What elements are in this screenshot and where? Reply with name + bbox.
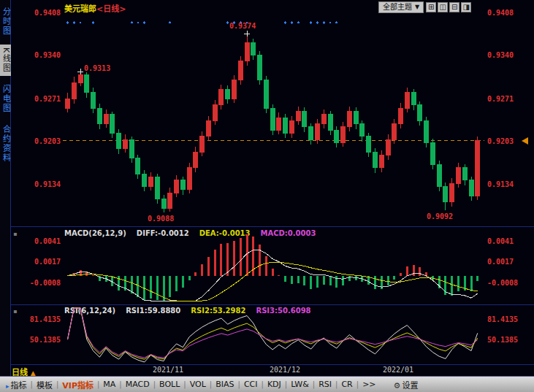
toolbar-settings[interactable]: ⚙设置	[390, 379, 422, 391]
price-annotation: 0.9092	[427, 212, 453, 220]
price-axis-label: 0.9203	[20, 137, 61, 145]
indicator-arrow-icon: ▸	[6, 383, 9, 390]
rsi-axis-label: 81.4135	[20, 315, 61, 323]
price-axis-label: 0.9271	[20, 94, 61, 102]
toolbar-template[interactable]: 模板	[33, 379, 56, 391]
price-axis-label: 0.9408	[20, 9, 61, 17]
toolbar-boll[interactable]: BOLL	[156, 380, 183, 389]
sidebar-item-time-chart[interactable]: 分时图	[0, 4, 11, 39]
x-axis-date-label: 2022/01	[383, 366, 413, 374]
sidebar-item-contract-info[interactable]: 合约资料	[0, 122, 11, 166]
toolbar-rsi[interactable]: RSI	[315, 380, 335, 389]
toolbar-indicator[interactable]: ▸指标	[2, 379, 31, 391]
toolbar-lw[interactable]: LW&	[287, 380, 313, 389]
rsi-panel-icon[interactable]: ▪	[13, 308, 17, 315]
toolbar-bias[interactable]: BIAS	[212, 380, 237, 389]
toolbar-macd[interactable]: MACD	[122, 380, 153, 389]
toolbar-kdj[interactable]: KDJ	[264, 380, 285, 389]
indicator-toolbar: ▸指标|模板|VIP指标|MA|MACD|BOLL|VOL|BIAS|CCI|K…	[0, 376, 534, 392]
toolbar-vol[interactable]: VOL	[186, 380, 210, 389]
x-axis-date-label: 2021/12	[270, 366, 300, 374]
price-axis-label: 0.9271	[487, 94, 530, 102]
trading-app-window: 分时图K线图闪电图合约资料 美元瑞郎<日线> 全部主题 ▼ ⊞◫⊟◨ ▪ MAC…	[0, 0, 534, 392]
x-axis-date-label: 2021/11	[153, 366, 183, 374]
macd-axis-label: 0.0017	[487, 257, 530, 265]
macd-axis-label: 0.0041	[487, 237, 530, 245]
toolbar-ma[interactable]: MA	[99, 380, 119, 389]
macd-axis-label: -0.0008	[487, 279, 530, 287]
gear-icon: ⚙	[394, 381, 401, 391]
price-annotation: 0.9088	[148, 215, 174, 223]
price-annotation: 0.9374	[229, 22, 256, 30]
main-candle-chart-canvas[interactable]	[63, 6, 484, 225]
price-axis-label: 0.9134	[487, 180, 530, 188]
chart-type-sidebar: 分时图K线图闪电图合约资料	[0, 0, 11, 376]
rsi-chart-canvas[interactable]	[63, 305, 484, 364]
price-axis-label: 0.9340	[20, 51, 61, 59]
sidebar-item-candle-chart[interactable]: K线图	[0, 45, 11, 76]
price-annotation: 0.9313	[84, 64, 110, 72]
toolbar-cr[interactable]: CR	[337, 380, 356, 389]
rsi-axis-label: 50.1385	[20, 336, 61, 344]
macd-axis-label: 0.0017	[20, 257, 61, 265]
price-axis-label: 0.9408	[487, 9, 530, 17]
toolbar-more[interactable]: >>	[359, 380, 379, 389]
toolbar-vip-indicator[interactable]: VIP指标	[58, 379, 97, 391]
panel-divider	[11, 364, 534, 365]
macd-axis-label: -0.0008	[20, 279, 61, 287]
macd-panel-icon[interactable]: ▪	[13, 231, 17, 237]
rsi-axis-label: 50.1385	[487, 336, 530, 344]
macd-chart-canvas[interactable]	[63, 228, 484, 304]
price-axis-label: 0.9203	[487, 137, 530, 145]
panel-divider	[11, 226, 534, 227]
macd-axis-label: 0.0041	[20, 237, 61, 245]
rsi-axis-label: 81.4135	[487, 315, 530, 323]
sidebar-item-flash-chart[interactable]: 闪电图	[0, 82, 11, 116]
price-axis-label: 0.9134	[20, 180, 61, 188]
toolbar-cci[interactable]: CCI	[240, 380, 262, 389]
price-axis-label: 0.9340	[487, 51, 530, 59]
